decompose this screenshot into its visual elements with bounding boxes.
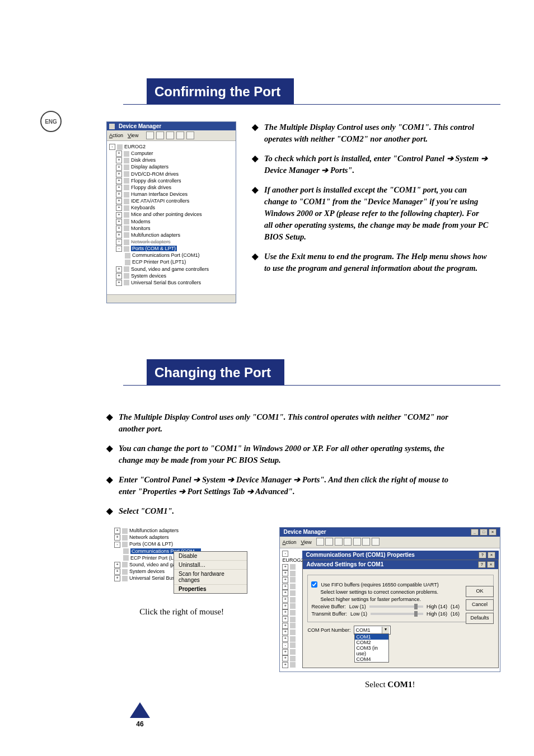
high-label: High (14) [427,604,447,609]
dm-node[interactable]: Disk drives [131,157,156,163]
combo-value: COM1 [355,627,370,633]
tb-icon[interactable] [372,538,380,546]
ctx-scan[interactable]: Scan for hardware changes [174,570,247,585]
bullet-text: Use the Exit menu to end the program. Th… [264,251,489,274]
dropdown-option[interactable]: COM3 (in use) [355,645,388,656]
min-icon[interactable]: _ [471,529,479,536]
tb-fwd-icon[interactable] [156,132,164,139]
tree-node[interactable]: Multifunction adapters [129,528,179,533]
dropdown-option[interactable]: COM2 [355,640,388,645]
dm-node[interactable]: Keyboards [131,205,155,210]
device-manager-window: Device Manager Action View -EUROG2 +Comp… [106,121,236,303]
dm-node[interactable]: Monitors [131,226,151,231]
device-icon [290,630,296,635]
defaults-button[interactable]: Defaults [466,613,494,624]
dm-node[interactable]: IDE ATA/ATAPI controllers [131,198,189,204]
dm-toolbar: Action View [107,130,236,141]
dm-node[interactable]: Multifunction adapters [131,232,180,238]
dm-node[interactable]: Modems [131,219,151,224]
dm-node[interactable]: Floppy disk drives [131,185,171,190]
tb-prop-icon[interactable] [186,132,194,139]
section2-heading: Changing the Port [123,359,500,386]
dropdown-option[interactable]: COM1 [355,634,388,640]
ctx-uninstall[interactable]: Uninstall… [174,561,247,570]
caption-left: Click the right of mouse! [106,607,257,617]
section1-title: Confirming the Port [147,78,294,104]
low-label: Low (1) [349,604,366,609]
tb-icon[interactable] [335,538,343,546]
dm2-root[interactable]: EUROG2 [282,557,303,563]
dm2-titlebar: Device Manager _ □ × [280,528,500,537]
dm-node[interactable]: Mice and other pointing devices [131,212,202,217]
dm-node[interactable]: Network adapters [131,239,171,245]
tb-tree-icon[interactable] [166,132,174,139]
dm-node[interactable]: Universal Serial Bus controllers [131,280,201,285]
dm-root[interactable]: EUROG2 [124,144,146,149]
properties-title-text: Communications Port (COM1) Properties [306,552,414,558]
device-icon [290,564,296,570]
dm-port-child[interactable]: Communications Port (COM1) [132,252,200,258]
footer-triangle-icon [130,702,150,718]
device-icon [290,649,296,655]
trans-label: Transmit Buffer: [311,611,347,617]
dm-node[interactable]: DVD/CD-ROM drives [131,171,179,177]
bullet-text: If another port is installed except the … [264,184,489,243]
close-icon[interactable]: × [489,529,496,536]
section2-title: Changing the Port [147,359,284,385]
bullet-text: You can change the port to "COM1" in Win… [119,443,450,466]
ok-button[interactable]: OK [466,586,494,597]
cancel-button[interactable]: Cancel [466,599,494,611]
tb-icon[interactable] [325,538,333,546]
close-icon[interactable]: × [487,561,495,568]
ctx-disable[interactable]: Disable [174,552,247,561]
dm-statusbar [107,294,236,303]
dm-node[interactable]: Floppy disk controllers [131,178,181,184]
tree-node[interactable]: System devices [129,569,165,574]
hint-text: Select lower settings to correct connect… [311,589,460,595]
recv-slider[interactable] [369,605,423,608]
chevron-down-icon[interactable]: ▾ [382,627,389,633]
dm-node[interactable]: Display adapters [131,164,168,170]
trans-slider[interactable] [371,613,423,615]
ctx-properties[interactable]: Properties [174,585,247,593]
advanced-title-text: Advanced Settings for COM1 [306,561,383,568]
help-icon[interactable]: ? [479,552,486,558]
tb-back-icon[interactable] [146,132,154,139]
close-icon[interactable]: × [488,552,495,558]
value-label: (16) [451,611,460,617]
dm-node[interactable]: System devices [131,273,166,279]
dm-node-ports[interactable]: Ports (COM & LPT) [131,246,177,251]
device-icon [290,584,296,589]
max-icon[interactable]: □ [480,529,488,536]
tb-icon[interactable] [316,538,324,546]
dm-node[interactable]: Sound, video and game controllers [131,266,209,272]
caption-right: Select COM1! [279,680,500,689]
tb-icon[interactable] [344,538,352,546]
value-label: (14) [451,604,460,609]
tb-icon[interactable] [353,538,361,546]
dm-menu-action[interactable]: Action [109,133,123,138]
dm-port-child[interactable]: ECP Printer Port (LPT1) [132,259,186,265]
device-icon [290,610,296,616]
tree-node[interactable]: Ports (COM & LPT) [129,541,173,547]
dm2-toolbar: Action View [280,537,500,548]
com-port-dropdown: COM1 COM2 COM3 (in use) COM4 [354,633,389,663]
fifo-checkbox[interactable] [311,581,317,588]
dm2-menu-view[interactable]: View [301,539,311,545]
help-icon[interactable]: ? [478,561,486,568]
tb-icon[interactable] [362,538,370,546]
dm-menu-view[interactable]: View [128,133,138,138]
tree-node[interactable]: Network adapters [129,534,169,540]
dm2-tree-strip: -EUROG2 + + + + + + + + + + + + - [281,551,300,668]
tb-list-icon[interactable] [176,132,184,139]
portnum-label: COM Port Number: [307,627,350,633]
recv-label: Receive Buffer: [311,604,345,609]
device-manager-titlebar: Device Manager [107,122,236,130]
bullet-text: To check which port is installed, enter … [264,153,489,176]
fifo-label: Use FIFO buffers (requires 16550 compati… [321,582,438,588]
device-icon [290,571,296,576]
dm-node[interactable]: Human Interface Devices [131,191,188,197]
dropdown-option[interactable]: COM4 [355,656,388,662]
dm-node[interactable]: Computer [131,151,153,156]
dm2-menu-action[interactable]: Action [282,539,296,545]
